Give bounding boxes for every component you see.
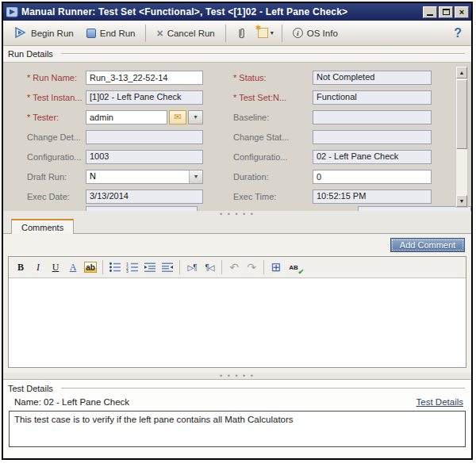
test-name-row: Name: 02 - Left Pane Check Test Details	[3, 395, 471, 408]
splitter-handle[interactable]: • • • • •	[3, 211, 471, 217]
duration-input[interactable]	[313, 170, 432, 184]
form-row: * Test Instan... [1]02 - Left Pane Check…	[3, 87, 471, 107]
indent-icon	[144, 262, 156, 273]
bullet-list-button[interactable]	[106, 259, 124, 276]
begin-run-icon	[14, 27, 27, 40]
indent-button[interactable]	[141, 259, 159, 276]
tester-input[interactable]	[86, 110, 167, 124]
os-info-button[interactable]: i OS Info	[286, 25, 344, 41]
baseline-label: Baseline:	[233, 113, 313, 122]
toolbar-separator	[145, 25, 146, 42]
form-row: Draft Run: N ▾ Duration:	[3, 167, 471, 186]
end-run-button[interactable]: End Run	[80, 25, 142, 41]
tester-dropdown-button[interactable]: ▾	[188, 110, 203, 124]
test-details-header: Test Details	[3, 381, 471, 395]
status-label: * Status:	[233, 73, 313, 82]
vertical-scrollbar[interactable]: ▲ ▼	[455, 66, 468, 208]
test-instance-label: * Test Instan...	[27, 93, 86, 102]
toolbar-separator	[179, 260, 180, 274]
minimize-button[interactable]	[423, 6, 437, 18]
form-row: Exec Date: 3/13/2014 Exec Time: 10:52:15…	[3, 186, 471, 206]
test-set-field: Functional	[313, 90, 432, 105]
form-row: * Run Name: * Status: Not Completed	[3, 67, 471, 87]
maximize-icon	[443, 9, 450, 15]
status-field: Not Completed	[313, 71, 432, 85]
form-row: * Tester: ✉ ▾ Baseline:	[3, 107, 471, 127]
section-divider	[61, 53, 465, 55]
spell-check-button[interactable]: AB ✔	[285, 259, 302, 276]
spell-check-icon: AB	[289, 264, 298, 271]
scroll-down-icon[interactable]: ▼	[456, 195, 467, 207]
bullet-list-icon	[109, 262, 121, 273]
begin-run-button[interactable]: Begin Run	[8, 24, 80, 43]
tab-comments[interactable]: Comments	[11, 219, 74, 234]
test-set-label: * Test Set:N...	[233, 93, 313, 102]
toolbar-separator	[225, 25, 226, 42]
end-run-icon	[86, 29, 96, 38]
section-divider	[61, 388, 465, 389]
maximize-button[interactable]	[439, 6, 453, 18]
run-toolbar: Begin Run End Run × Cancel Run ✱ ▾ i OS …	[3, 21, 471, 46]
bold-button[interactable]: B	[12, 259, 29, 276]
form-row: Change Det... Change Stat...	[3, 127, 471, 147]
italic-button[interactable]: I	[29, 259, 47, 276]
redo-button[interactable]: ↷	[243, 259, 260, 276]
toolbar-separator	[102, 260, 103, 274]
add-comment-row: Add Comment	[3, 234, 471, 256]
underline-button[interactable]: U	[47, 259, 64, 276]
tester-combo: ✉ ▾	[86, 110, 203, 124]
toolbar-separator	[263, 260, 264, 274]
highlight-button[interactable]: ab	[82, 259, 99, 276]
add-comment-button[interactable]: Add Comment	[390, 238, 465, 252]
scroll-up-icon[interactable]: ▲	[456, 67, 467, 78]
change-detected-field	[86, 130, 203, 144]
cancel-run-button[interactable]: × Cancel Run	[150, 25, 221, 42]
outdent-button[interactable]	[159, 259, 176, 276]
test-details-link[interactable]: Test Details	[416, 397, 463, 407]
attachment-button[interactable]	[230, 24, 254, 43]
form-row: Configuratio... 1003 Configuratio... 02 …	[3, 147, 471, 167]
exec-date-label: Exec Date:	[27, 192, 86, 201]
close-button[interactable]: ×	[455, 6, 469, 18]
configuration-id-label: Configuratio...	[27, 152, 86, 162]
highlight-icon: ab	[84, 262, 97, 273]
draft-run-select[interactable]: N ▾	[86, 170, 203, 184]
mail-icon[interactable]: ✉	[169, 110, 186, 124]
new-attachment-button[interactable]: ✱ ▾	[254, 25, 278, 41]
comment-editor: B I U A ab 123 ▷¶ ¶	[8, 256, 466, 368]
manual-runner-window: Manual Runner: Test Set <Functional>, Te…	[2, 2, 473, 460]
numbered-list-button[interactable]: 123	[124, 259, 141, 276]
change-status-label: Change Stat...	[233, 132, 313, 142]
paperclip-icon	[236, 27, 248, 40]
chevron-down-icon[interactable]: ▾	[189, 170, 202, 183]
test-description: This test case is to verify if the left …	[9, 411, 466, 447]
editor-toolbar: B I U A ab 123 ▷¶ ¶	[9, 257, 466, 278]
font-color-button[interactable]: A	[64, 259, 82, 276]
numbered-list-icon: 123	[126, 262, 139, 273]
help-button[interactable]: ?	[454, 26, 466, 40]
rtl-button[interactable]: ¶◁	[201, 259, 218, 276]
toolbar-separator	[221, 260, 222, 274]
info-icon: i	[293, 28, 303, 38]
run-details-label: Run Details	[8, 49, 53, 59]
duration-label: Duration:	[233, 172, 313, 182]
comment-textarea[interactable]	[9, 278, 466, 367]
minimize-icon	[427, 14, 433, 16]
change-detected-label: Change Det...	[27, 132, 86, 142]
splitter-handle[interactable]: • • • • •	[3, 373, 471, 379]
ltr-button[interactable]: ▷¶	[183, 259, 201, 276]
check-icon: ✔	[298, 268, 304, 276]
run-name-input[interactable]	[86, 71, 203, 85]
insert-table-button[interactable]: ⊞	[267, 259, 285, 276]
svg-text:3: 3	[126, 269, 129, 273]
configuration-name-field: 02 - Left Pane Check	[313, 150, 432, 164]
test-name: Name: 02 - Left Pane Check	[14, 397, 129, 407]
exec-date-field: 3/13/2014	[86, 189, 203, 204]
undo-button[interactable]: ↶	[225, 259, 243, 276]
scrollbar-thumb[interactable]	[456, 79, 467, 149]
exec-time-label: Exec Time:	[233, 192, 313, 201]
outdent-icon	[161, 262, 174, 273]
run-details-header: Run Details	[3, 46, 471, 62]
toolbar-separator	[282, 25, 282, 42]
comments-section: Comments Add Comment B I U A ab 123	[3, 217, 471, 373]
